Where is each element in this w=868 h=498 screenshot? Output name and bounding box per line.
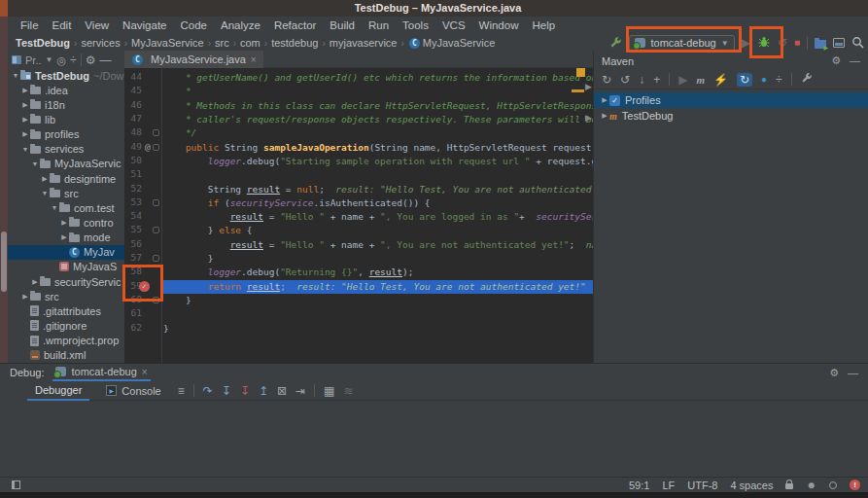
code-line[interactable]: result = "Hello " + name + ", You are lo… [163, 210, 593, 224]
gutter-line[interactable]: 54 [124, 210, 161, 224]
gear-icon[interactable]: ⚙ [86, 53, 96, 67]
tree-item--idea[interactable]: ▶.idea [8, 83, 124, 97]
collapse-all-icon[interactable]: ÷ [70, 53, 77, 67]
tree-item-mode[interactable]: ▶mode [8, 231, 124, 245]
tree-expand-arrow-icon[interactable]: ▼ [40, 190, 50, 196]
force-step-into-icon[interactable]: ↧ [240, 384, 250, 398]
code-line[interactable]: * getUserName() and getUserId() etc whic… [163, 71, 593, 85]
run-button[interactable]: ▶ [742, 36, 750, 50]
generate-sources-icon[interactable]: ↺ [620, 73, 630, 87]
status-caret-position[interactable]: 59:1 [629, 480, 649, 491]
breadcrumb-item[interactable]: MyJavaService [131, 37, 204, 49]
reload-toggle-icon[interactable]: ↻ [737, 73, 752, 87]
tree-expand-arrow-icon[interactable]: ▶ [59, 233, 69, 241]
fold-marker-icon[interactable] [153, 199, 159, 206]
tree-item-contro[interactable]: ▶contro [8, 215, 124, 230]
tree-expand-arrow-icon[interactable]: ▶ [20, 293, 30, 301]
code-line[interactable]: } [163, 322, 593, 336]
debug-session-tab[interactable]: tomcat-debug × [52, 364, 150, 381]
project-panel-title[interactable]: Pr.. [25, 54, 42, 66]
gutter-line[interactable]: 48 [124, 126, 161, 140]
step-out-icon[interactable]: ↥ [259, 384, 268, 398]
gutter-line[interactable]: 62 [124, 322, 161, 336]
menu-code[interactable]: Code [173, 19, 214, 31]
tree-item--wmproject-prop[interactable]: .wmproject.prop [8, 334, 124, 348]
services-toolwindow-icon[interactable] [815, 40, 826, 49]
inspections-icon[interactable]: ☻ [806, 480, 816, 490]
tree-expand-arrow-icon[interactable]: ▶ [600, 96, 609, 104]
search-icon[interactable] [851, 36, 864, 51]
menu-vcs[interactable]: VCS [435, 19, 472, 31]
code-line[interactable]: * caller's request/response objects resp… [163, 113, 593, 126]
code-line[interactable]: } [163, 294, 593, 307]
status-file-encoding[interactable]: UTF-8 [687, 480, 717, 491]
tree-item--gitignore[interactable]: .gitignore [8, 318, 124, 333]
tree-expand-arrow-icon[interactable]: ▶ [20, 101, 30, 109]
tree-expand-arrow-icon[interactable]: ▶ [20, 130, 30, 138]
maven-node-profiles[interactable]: ▶✓Profiles [594, 92, 868, 108]
expand-collapse-icon[interactable]: ÷ [776, 73, 782, 87]
gutter-line[interactable]: 57 [124, 252, 161, 266]
menu-view[interactable]: View [78, 19, 116, 31]
tree-item-profiles[interactable]: ▶profiles [8, 127, 124, 142]
tree-item-build-xml[interactable]: build.xml [8, 348, 124, 363]
editor-tab[interactable]: MyJavaService.java × [124, 51, 263, 68]
tree-item-myjavas[interactable]: MyJavaS [8, 260, 124, 274]
gear-icon[interactable]: ⚙ [831, 54, 841, 67]
code-line[interactable]: if (securityService.isAuthenticated()) { [163, 196, 593, 210]
menu-window[interactable]: Window [472, 19, 526, 31]
run-config-selector[interactable]: tomcat-debug ▼ [629, 35, 734, 52]
breadcrumb-item[interactable]: services [81, 37, 120, 49]
tree-expand-arrow-icon[interactable]: ▶ [20, 87, 30, 94]
chevron-down-icon[interactable]: ▼ [46, 55, 53, 64]
gutter-line[interactable]: 56 [124, 238, 161, 252]
gutter-line[interactable]: 51 [124, 168, 161, 182]
tree-item-myjav[interactable]: MyJav [8, 245, 124, 260]
gutter-line[interactable]: 61 [124, 307, 161, 321]
code-area[interactable]: * getUserName() and getUserId() etc whic… [163, 71, 593, 336]
code-line[interactable]: * [163, 85, 593, 98]
breadcrumb-item[interactable]: com [240, 37, 260, 49]
gutter-line[interactable]: 45 [124, 85, 161, 98]
splitter-arrow-icon[interactable]: ▶ [585, 82, 592, 91]
add-maven-project-icon[interactable]: + [653, 73, 660, 87]
gutter-line[interactable]: 58 [124, 266, 161, 279]
menu-build[interactable]: Build [323, 19, 362, 31]
tree-item-src[interactable]: ▼src [8, 186, 124, 200]
tree-expand-arrow-icon[interactable]: ▶ [600, 112, 609, 120]
step-over-icon[interactable]: ↷ [203, 384, 213, 398]
download-sources-icon[interactable]: ↓ [639, 73, 644, 87]
run-goal-icon[interactable]: ▶ [678, 73, 687, 87]
tree-item-securityservic[interactable]: ▶securityServic [8, 274, 124, 289]
fold-marker-icon[interactable] [153, 129, 159, 136]
gutter-line[interactable]: 60 [124, 294, 161, 307]
tab-console[interactable]: ▶ Console [98, 381, 168, 401]
breadcrumb-item[interactable]: myjavaservice [330, 37, 398, 49]
tree-item-src[interactable]: ▶src [8, 289, 124, 303]
code-line[interactable]: } else { [163, 224, 593, 237]
tree-item--gitattributes[interactable]: .gitattributes [8, 303, 124, 318]
desktop-scrollbar-thumb[interactable] [1, 231, 7, 292]
tree-item-myjavaservic[interactable]: ▼MyJavaServic [8, 157, 124, 171]
menu-navigate[interactable]: Navigate [116, 19, 173, 31]
tree-expand-arrow-icon[interactable]: ▼ [11, 72, 20, 79]
code-line[interactable] [163, 168, 593, 182]
offline-mode-icon[interactable]: ● [761, 74, 767, 85]
evaluate-expression-icon[interactable]: ▦ [324, 384, 334, 398]
lock-icon[interactable] [785, 483, 793, 489]
gutter-line[interactable]: 46 [124, 99, 161, 113]
locate-file-icon[interactable]: ◎ [56, 53, 66, 67]
code-editor[interactable]: 444546474849@50515253545556575859✓606162… [124, 68, 593, 363]
code-line[interactable]: logger.debug("Starting sample operation … [163, 155, 593, 168]
fold-marker-icon[interactable] [153, 227, 159, 233]
stop-button[interactable]: ■ [794, 36, 800, 50]
tree-item-testdebug[interactable]: ▼TestDebug~/Dow [8, 68, 124, 83]
maven-node-testdebug[interactable]: ▶mTestDebug [594, 108, 868, 124]
gutter-line[interactable]: 59✓ [124, 280, 161, 294]
hide-panel-icon[interactable]: — [848, 367, 858, 379]
menu-icon[interactable]: ≡ [178, 384, 185, 398]
reimport-icon[interactable]: ↻ [602, 73, 611, 87]
tree-item-lib[interactable]: ▶lib [8, 112, 124, 126]
coverage-button[interactable]: ↺ [778, 36, 787, 50]
close-icon[interactable]: × [142, 367, 148, 377]
